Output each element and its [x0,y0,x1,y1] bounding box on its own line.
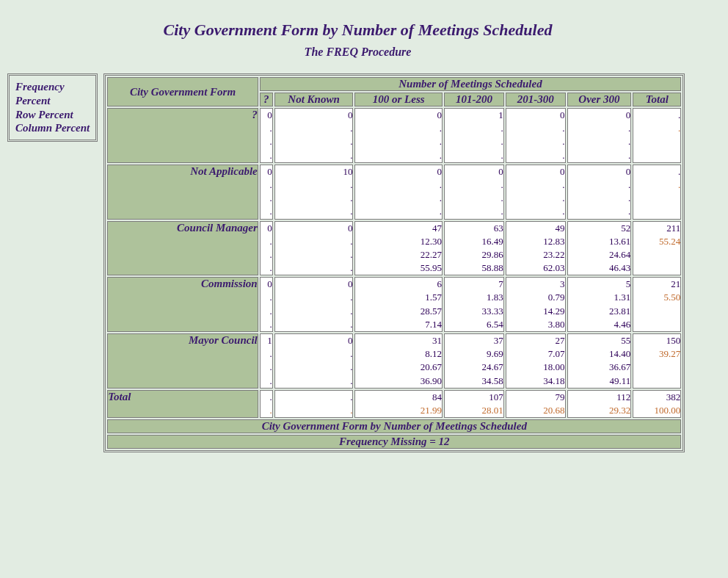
legend-item: Row Percent [15,108,90,122]
data-cell: 30.7914.293.80 [506,277,566,332]
data-cell: 4712.3022.2755.95 [354,221,443,276]
data-cell: 0... [274,221,354,276]
data-cell: 10... [274,165,354,220]
data-cell: 379.6924.6734.58 [444,333,504,389]
table-row: Council Manager 0... 0... 4712.3022.2755… [107,221,681,276]
table-row: Mayor Council 1... 0... 318.1220.6736.90… [107,333,681,389]
data-cell: 5514.4036.6749.11 [567,333,632,389]
data-cell: 0... [260,277,273,332]
data-cell: 1... [444,108,504,163]
data-cell: 215.50 [633,277,681,332]
col-header: 100 or Less [354,93,443,106]
data-cell: 0... [506,165,566,220]
page-content: City Government Form by Number of Meetin… [0,0,716,467]
legend-item: Column Percent [15,121,90,135]
page-subtitle: The FREQ Procedure [7,46,708,59]
data-cell: 318.1220.6736.90 [354,333,443,389]
row-header: Not Applicable [107,165,258,220]
table-footer-row: City Government Form by Number of Meetin… [107,419,681,433]
data-cell: 382100.00 [633,390,681,418]
row-header: ? [107,108,258,163]
table-row: Not Applicable 0... 10... 0... 0... 0...… [107,165,681,220]
row-header: Council Manager [107,221,258,276]
col-header: Total [633,93,681,106]
table-footer-row: Frequency Missing = 12 [107,435,681,449]
row-var-header: City Government Form [107,77,258,106]
data-cell: 0... [260,108,273,163]
footer-missing: Frequency Missing = 12 [107,435,681,449]
col-header: Over 300 [567,93,632,106]
layout-row: Frequency Percent Row Percent Column Per… [7,73,708,452]
data-cell: .. [633,108,681,163]
data-cell: 10728.01 [444,390,504,418]
data-cell: 61.5728.577.14 [354,277,443,332]
row-header: Commission [107,277,258,332]
data-cell: 0... [567,108,632,163]
legend-box: Frequency Percent Row Percent Column Per… [7,73,98,142]
table-row: Commission 0... 0... 61.5728.577.14 71.8… [107,277,681,332]
data-cell: 0... [260,165,273,220]
data-cell: 0... [354,108,443,163]
data-cell: 0... [506,108,566,163]
footer-title: City Government Form by Number of Meetin… [107,419,681,433]
data-cell: .. [633,165,681,220]
data-cell: 71.8333.336.54 [444,277,504,332]
data-cell: 15039.27 [633,333,681,389]
data-cell: 0... [354,165,443,220]
col-header: ? [260,93,273,106]
table-row: ? 0... 0... 0... 1... 0... 0... .. [107,108,681,163]
data-cell: .. [274,390,354,418]
table-header-row: City Government Form Number of Meetings … [107,77,681,91]
data-cell: 1... [260,333,273,389]
data-cell: 6316.4929.8658.88 [444,221,504,276]
row-header: Mayor Council [107,333,258,389]
data-cell: 0... [274,108,354,163]
page-title: City Government Form by Number of Meetin… [7,21,708,40]
col-header: 101-200 [444,93,504,106]
data-cell: 7920.68 [506,390,566,418]
data-cell: 11229.32 [567,390,632,418]
data-cell: 0... [274,277,354,332]
row-header-total: Total [107,390,258,418]
data-cell: 5213.6124.6446.43 [567,221,632,276]
data-cell: 8421.99 [354,390,443,418]
freq-table: City Government Form Number of Meetings … [103,73,685,452]
data-cell: 4912.8323.2262.03 [506,221,566,276]
table-total-row: Total .. .. 8421.99 10728.01 7920.68 112… [107,390,681,418]
data-cell: 21155.24 [633,221,681,276]
data-cell: 51.3123.814.46 [567,277,632,332]
legend-item: Percent [15,94,90,108]
data-cell: 0... [260,221,273,276]
col-header: Not Known [274,93,354,106]
legend-item: Frequency [15,80,90,94]
col-var-header: Number of Meetings Scheduled [260,77,682,91]
data-cell: 0... [444,165,504,220]
data-cell: 0... [274,333,354,389]
data-cell: 277.0718.0034.18 [506,333,566,389]
data-cell: 0... [567,165,632,220]
output-viewport[interactable]: City Government Form by Number of Meetin… [0,0,716,578]
col-header: 201-300 [506,93,566,106]
data-cell: .. [260,390,273,418]
